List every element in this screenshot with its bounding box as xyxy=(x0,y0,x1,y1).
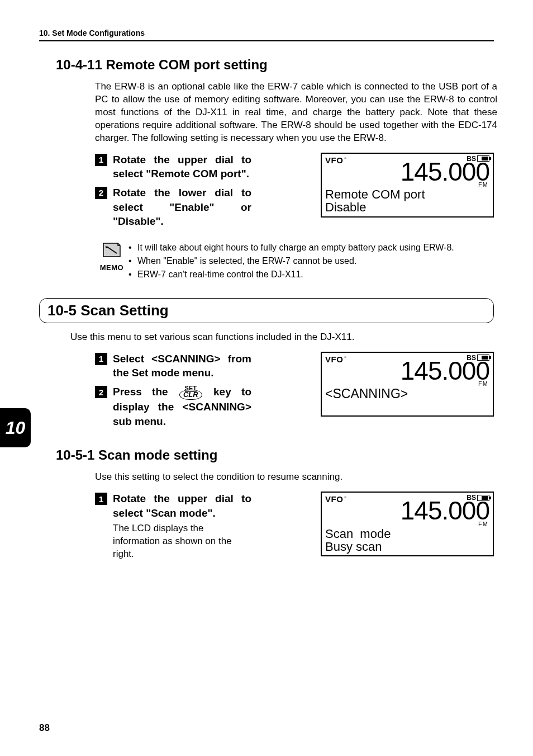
step-1-text: Rotate the upper dial to select "Remote … xyxy=(113,153,251,181)
s105-step-1-row: 1 Select <SCANNING> from the Set mode me… xyxy=(95,352,251,380)
page-number: 88 xyxy=(39,722,50,734)
lcd2-line1: <SCANNING> xyxy=(325,387,489,400)
s1051-step-1-sub: The LCD displays the information as show… xyxy=(113,522,251,561)
m-icon-3: ▫ xyxy=(344,494,346,500)
heading-10-5: 10-5 Scan Setting xyxy=(47,302,169,319)
header-text: 10. Set Mode Configurations xyxy=(39,29,145,37)
intro-10-5: Use this menu to set various scan functi… xyxy=(70,331,473,344)
s105-step-2-text: Press the SETCLR key to display the <SCA… xyxy=(113,385,251,428)
s105-step-2-row: 2 Press the SETCLR key to display the <S… xyxy=(95,385,251,428)
battery-icon-3 xyxy=(477,495,489,501)
lcd-line2: Disable xyxy=(325,201,489,214)
steps-lcd-row-3: 1 Rotate the upper dial to select "Scan … xyxy=(39,492,494,561)
s1051-step-1-row: 1 Rotate the upper dial to select "Scan … xyxy=(95,492,251,561)
step-number-1: 1 xyxy=(95,154,107,166)
body-10-4-11: The ERW-8 is an optional cable like the … xyxy=(95,81,497,145)
step-number-2b: 2 xyxy=(95,386,107,398)
lcd3-line2: Busy scan xyxy=(325,540,489,553)
heading-10-5-1: 10-5-1 Scan mode setting xyxy=(56,447,494,463)
lcd2-vfo: VFO xyxy=(325,355,343,364)
step-number-1c: 1 xyxy=(95,493,107,505)
s1051-step-1-text: Rotate the upper dial to select "Scan mo… xyxy=(113,492,251,520)
lcd-freq: 145.000 xyxy=(325,160,489,183)
m-icon-2: ▫ xyxy=(344,354,346,360)
memo-item-2: When "Enable" is selected, the ERW-7 can… xyxy=(137,254,356,268)
lcd3-freq: 145.000 xyxy=(325,499,489,522)
battery-icon xyxy=(477,155,489,162)
memo-label: MEMO xyxy=(95,263,129,272)
page-header: 10. Set Mode Configurations xyxy=(39,28,494,41)
memo-item-3: ERW-7 can't real-time control the DJ-X11… xyxy=(137,268,303,281)
steps-lcd-row-2: 1 Select <SCANNING> from the Set mode me… xyxy=(39,352,494,428)
heading-10-4-11: 10-4-11 Remote COM port setting xyxy=(56,57,494,73)
step-1-row: 1 Rotate the upper dial to select "Remot… xyxy=(95,153,251,181)
lcd-remote-com: VFO▫ BS 145.000 FM Remote COM port Disab… xyxy=(321,153,494,218)
step-number-2: 2 xyxy=(95,187,107,199)
scan-setting-box: 10-5 Scan Setting xyxy=(39,298,494,323)
lcd-vfo: VFO xyxy=(325,155,343,165)
memo-icon xyxy=(101,241,122,259)
step-number-1b: 1 xyxy=(95,353,107,365)
step-2-row: 2 Rotate the lower dial to select "Enabl… xyxy=(95,186,251,229)
s105-step-1-text: Select <SCANNING> from the Set mode menu… xyxy=(113,352,251,380)
lcd2-freq: 145.000 xyxy=(325,360,489,382)
intro-10-5-1: Use this setting to select the condition… xyxy=(95,471,497,484)
battery-icon-2 xyxy=(477,355,489,361)
lcd-scanning: VFO▫ BS 145.000 FM <SCANNING> xyxy=(321,352,494,417)
side-tab-10: 10 xyxy=(0,408,31,447)
step-2-text: Rotate the lower dial to select "Enable"… xyxy=(113,186,251,229)
lcd-line1: Remote COM port xyxy=(325,188,489,201)
lcd3-line1: Scan mode xyxy=(325,527,489,540)
steps-lcd-row-1: 1 Rotate the upper dial to select "Remot… xyxy=(39,153,494,229)
memo-block: MEMO •It will take about eight hours to … xyxy=(95,241,494,281)
memo-item-1: It will take about eight hours to fully … xyxy=(137,241,454,254)
clr-key-icon: CLR xyxy=(179,390,202,400)
m-icon: ▫ xyxy=(344,155,346,161)
memo-list: •It will take about eight hours to fully… xyxy=(129,241,454,281)
lcd3-vfo: VFO xyxy=(325,494,343,504)
lcd-scan-mode: VFO▫ BS 145.000 FM Scan mode Busy scan xyxy=(321,492,494,556)
